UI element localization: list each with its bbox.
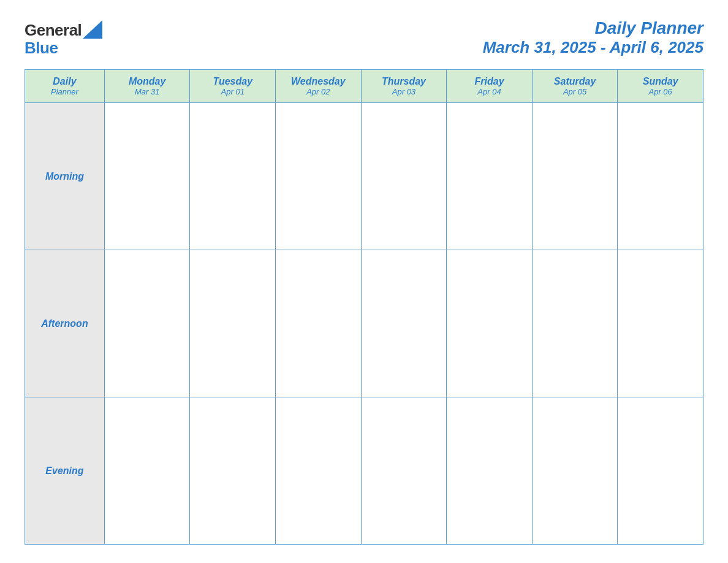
afternoon-friday-cell[interactable]: [447, 250, 533, 397]
logo-triangle-icon: [83, 20, 102, 39]
sunday-name: Sunday: [621, 76, 700, 87]
header-thursday: Thursday Apr 03: [361, 70, 447, 103]
evening-label: Evening: [25, 397, 105, 545]
afternoon-label: Afternoon: [25, 250, 105, 397]
svg-marker-0: [83, 20, 102, 39]
afternoon-wednesday-cell[interactable]: [276, 250, 362, 397]
monday-name: Monday: [108, 76, 187, 87]
friday-name: Friday: [450, 76, 529, 87]
saturday-name: Saturday: [536, 76, 615, 87]
morning-wednesday-cell[interactable]: [276, 103, 362, 250]
title-block: Daily Planner March 31, 2025 - April 6, …: [483, 18, 703, 57]
afternoon-monday-cell[interactable]: [104, 250, 190, 397]
header-sunday: Sunday Apr 06: [618, 70, 703, 103]
afternoon-sunday-cell[interactable]: [618, 250, 703, 397]
wednesday-date: Apr 02: [279, 87, 358, 96]
evening-saturday-cell[interactable]: [532, 397, 618, 545]
morning-thursday-cell[interactable]: [361, 103, 447, 250]
header: General Blue Daily Planner March 31, 202…: [25, 18, 703, 57]
wednesday-name: Wednesday: [279, 76, 358, 87]
planner-title: Daily Planner: [483, 18, 703, 38]
morning-tuesday-cell[interactable]: [190, 103, 276, 250]
logo-text: General Blue: [25, 20, 102, 56]
planner-table: Daily Planner Monday Mar 31 Tuesday Apr …: [25, 69, 703, 545]
morning-friday-cell[interactable]: [447, 103, 533, 250]
friday-date: Apr 04: [450, 87, 529, 96]
evening-row: Evening: [25, 397, 703, 545]
header-tuesday: Tuesday Apr 01: [190, 70, 276, 103]
header-saturday: Saturday Apr 05: [532, 70, 618, 103]
morning-sunday-cell[interactable]: [618, 103, 703, 250]
monday-date: Mar 31: [108, 87, 187, 96]
evening-sunday-cell[interactable]: [618, 397, 703, 545]
afternoon-thursday-cell[interactable]: [361, 250, 447, 397]
evening-thursday-cell[interactable]: [361, 397, 447, 545]
logo: General Blue: [25, 20, 102, 56]
afternoon-saturday-cell[interactable]: [532, 250, 618, 397]
saturday-date: Apr 05: [536, 87, 615, 96]
evening-tuesday-cell[interactable]: [190, 397, 276, 545]
tuesday-date: Apr 01: [193, 87, 272, 96]
morning-row: Morning: [25, 103, 703, 250]
header-col-line1: Daily: [28, 76, 101, 87]
header-friday: Friday Apr 04: [447, 70, 533, 103]
logo-general-text: General: [25, 22, 82, 38]
tuesday-name: Tuesday: [193, 76, 272, 87]
planner-date-range: March 31, 2025 - April 6, 2025: [483, 38, 703, 57]
header-col-line2: Planner: [28, 87, 101, 96]
header-daily-planner: Daily Planner: [25, 70, 105, 103]
logo-blue-text: Blue: [25, 40, 58, 56]
afternoon-tuesday-cell[interactable]: [190, 250, 276, 397]
afternoon-row: Afternoon: [25, 250, 703, 397]
header-wednesday: Wednesday Apr 02: [276, 70, 362, 103]
logo-row: General: [25, 20, 102, 40]
sunday-date: Apr 06: [621, 87, 700, 96]
thursday-name: Thursday: [365, 76, 444, 87]
evening-friday-cell[interactable]: [447, 397, 533, 545]
morning-saturday-cell[interactable]: [532, 103, 618, 250]
evening-monday-cell[interactable]: [104, 397, 190, 545]
header-monday: Monday Mar 31: [104, 70, 190, 103]
morning-label: Morning: [25, 103, 105, 250]
table-header-row: Daily Planner Monday Mar 31 Tuesday Apr …: [25, 70, 703, 103]
thursday-date: Apr 03: [365, 87, 444, 96]
page: General Blue Daily Planner March 31, 202…: [0, 0, 728, 563]
evening-wednesday-cell[interactable]: [276, 397, 362, 545]
morning-monday-cell[interactable]: [104, 103, 190, 250]
